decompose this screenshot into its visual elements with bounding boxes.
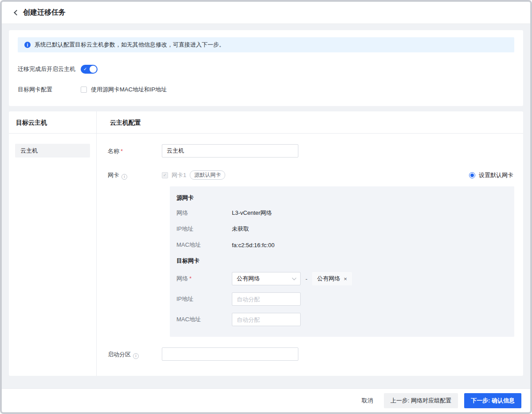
- target-network-select-value: 公有网络: [237, 275, 260, 283]
- target-mac-row: MAC地址: [176, 313, 505, 326]
- app-window: 创建迁移任务 i 系统已默认配置目标云主机参数，如无其他信息修改，可直接进入下一…: [0, 0, 532, 414]
- power-on-row: 迁移完成后开启云主机 ✓: [18, 65, 514, 74]
- boot-partition-tooltip-icon[interactable]: i: [133, 353, 139, 359]
- target-mac-label: MAC地址: [176, 315, 232, 323]
- source-nic-title: 源网卡: [176, 194, 505, 202]
- source-mac-label: MAC地址: [176, 241, 232, 249]
- boot-partition-row: 启动分区i: [108, 347, 514, 361]
- required-mark: *: [189, 275, 192, 282]
- selected-network-tag-text: 公有网络: [317, 275, 340, 283]
- use-source-mac-ip-label[interactable]: 使用源网卡MAC地址和IP地址: [91, 86, 167, 94]
- name-row: 名称*: [108, 144, 514, 158]
- target-nic-title: 目标网卡: [176, 257, 505, 265]
- target-vm-pane-title: 目标云主机: [9, 111, 96, 134]
- required-mark: *: [121, 148, 123, 154]
- vm-config-pane: 云主机配置 名称* 网卡i: [97, 111, 523, 376]
- name-input[interactable]: [162, 144, 298, 158]
- vm-config-pane-title: 云主机配置: [97, 111, 523, 134]
- info-banner-text: 系统已默认配置目标云主机参数，如无其他信息修改，可直接进入下一步。: [35, 41, 225, 49]
- options-card: i 系统已默认配置目标云主机参数，如无其他信息修改，可直接进入下一步。 迁移完成…: [9, 30, 523, 106]
- target-network-row: 网络* 公有网络 - 公有网络 ×: [176, 272, 505, 285]
- source-ip-label: IP地址: [176, 225, 232, 233]
- source-mac-row: MAC地址 fa:c2:5d:16:fc:00: [176, 241, 505, 249]
- nic1-label: 网卡1: [172, 171, 186, 179]
- selected-network-tag: 公有网络 ×: [312, 272, 352, 285]
- target-ip-row: IP地址: [176, 292, 505, 306]
- source-network-value: L3-vCenter网络: [232, 209, 272, 217]
- boot-partition-input[interactable]: [162, 347, 298, 361]
- target-vm-pane: 目标云主机 云主机: [9, 111, 97, 376]
- source-default-nic-tag: 源默认网卡: [190, 170, 225, 180]
- nic-detail-panel: 源网卡 网络 L3-vCenter网络 IP地址 未获取: [170, 186, 514, 337]
- set-default-nic-label: 设置默认网卡: [479, 171, 513, 179]
- nic-header-line: ✓ 网卡1 源默认网卡 设置默认网卡: [162, 168, 514, 180]
- target-nic-config-label: 目标网卡配置: [18, 86, 81, 94]
- power-on-toggle[interactable]: ✓: [81, 65, 98, 74]
- source-ip-value: 未获取: [232, 225, 249, 233]
- prev-step-button[interactable]: 上一步: 网络对应组配置: [384, 393, 458, 408]
- set-default-nic-radio[interactable]: 设置默认网卡: [469, 171, 513, 179]
- name-label: 名称*: [108, 144, 162, 158]
- nic-row: 网卡i ✓ 网卡1 源默认网卡 设: [108, 168, 514, 337]
- next-step-button[interactable]: 下一步: 确认信息: [464, 393, 521, 408]
- use-source-mac-ip-checkbox[interactable]: [81, 87, 87, 93]
- power-on-label: 迁移完成后开启云主机: [18, 65, 81, 73]
- page-title: 创建迁移任务: [23, 8, 66, 17]
- toggle-knob: [90, 66, 97, 73]
- vm-config-card: 目标云主机 云主机 云主机配置 名称*: [9, 111, 523, 376]
- radio-icon: [469, 172, 475, 178]
- info-icon: i: [24, 42, 31, 48]
- remove-network-icon[interactable]: ×: [344, 276, 347, 282]
- source-mac-value: fa:c2:5d:16:fc:00: [232, 242, 274, 248]
- source-network-row: 网络 L3-vCenter网络: [176, 209, 505, 217]
- target-ip-label: IP地址: [176, 295, 232, 303]
- back-button[interactable]: [11, 8, 20, 18]
- chevron-down-icon: [292, 276, 297, 280]
- nic-label: 网卡i: [108, 168, 162, 337]
- boot-partition-label: 启动分区i: [108, 347, 162, 361]
- target-ip-input[interactable]: [232, 292, 301, 306]
- target-network-label: 网络*: [176, 275, 232, 283]
- toggle-check-icon: ✓: [83, 66, 87, 72]
- vm-list-item[interactable]: 云主机: [15, 144, 90, 158]
- footer-bar: 取消 上一步: 网络对应组配置 下一步: 确认信息: [2, 388, 530, 412]
- target-network-select[interactable]: 公有网络: [232, 272, 301, 285]
- info-banner: i 系统已默认配置目标云主机参数，如无其他信息修改，可直接进入下一步。: [18, 37, 514, 52]
- vm-config-form: 名称* 网卡i ✓: [97, 134, 523, 361]
- source-ip-row: IP地址 未获取: [176, 225, 505, 233]
- page-content: i 系统已默认配置目标云主机参数，如无其他信息修改，可直接进入下一步。 迁移完成…: [2, 24, 530, 388]
- target-mac-input[interactable]: [232, 313, 301, 326]
- page-header: 创建迁移任务: [2, 2, 530, 24]
- nic1-checkbox: ✓: [162, 172, 168, 178]
- nic-tooltip-icon[interactable]: i: [121, 174, 127, 180]
- chevron-left-icon: [14, 10, 20, 16]
- mapping-separator: -: [305, 276, 307, 282]
- cancel-button[interactable]: 取消: [357, 393, 378, 408]
- source-network-label: 网络: [176, 209, 232, 217]
- target-nic-config-row: 目标网卡配置 使用源网卡MAC地址和IP地址: [18, 86, 514, 94]
